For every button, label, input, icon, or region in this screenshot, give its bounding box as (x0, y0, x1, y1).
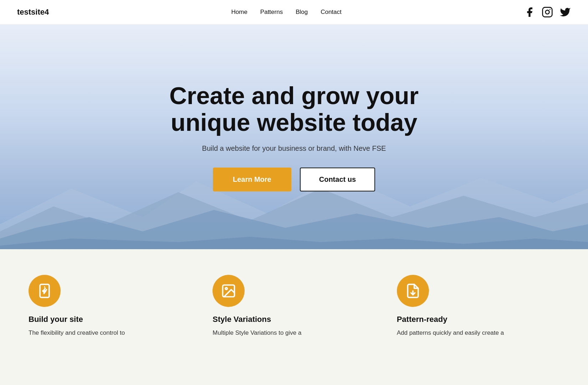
bolt-icon (37, 283, 52, 299)
feature-style-variations: Style Variations Multiple Style Variatio… (213, 275, 375, 338)
learn-more-button[interactable]: Learn More (213, 168, 291, 191)
features-section: Build your site The flexibility and crea… (0, 249, 588, 359)
svg-rect-0 (543, 7, 552, 17)
nav-home[interactable]: Home (231, 9, 247, 16)
pattern-ready-icon-circle (397, 275, 429, 307)
download-doc-icon (405, 283, 421, 299)
social-icons (524, 6, 571, 18)
instagram-icon[interactable] (542, 6, 553, 18)
feature-title-build: Build your site (29, 315, 191, 324)
nav-patterns[interactable]: Patterns (260, 9, 283, 16)
hero-buttons: Learn More Contact us (169, 168, 419, 191)
feature-build-site: Build your site The flexibility and crea… (29, 275, 191, 338)
feature-pattern-ready: Pattern-ready Add patterns quickly and e… (397, 275, 559, 338)
feature-desc-pattern: Add patterns quickly and easily create a (397, 328, 559, 338)
facebook-icon[interactable] (524, 6, 535, 18)
hero-content: Create and grow your unique website toda… (169, 82, 419, 191)
contact-us-button[interactable]: Contact us (300, 168, 375, 191)
style-variations-icon-circle (213, 275, 245, 307)
nav-blog[interactable]: Blog (296, 9, 308, 16)
feature-desc-style: Multiple Style Variations to give a (213, 328, 375, 338)
svg-point-9 (225, 288, 227, 290)
hero-subtitle: Build a website for your business or bra… (169, 144, 419, 153)
image-icon (221, 283, 236, 299)
feature-desc-build: The flexibility and creative control to (29, 328, 191, 338)
site-logo: testsite4 (17, 7, 49, 17)
nav-contact[interactable]: Contact (321, 9, 342, 16)
feature-title-style: Style Variations (213, 315, 375, 324)
twitter-icon[interactable] (559, 6, 571, 18)
hero-section: Create and grow your unique website toda… (0, 25, 588, 249)
navbar: testsite4 Home Patterns Blog Contact (0, 0, 588, 25)
build-site-icon-circle (29, 275, 61, 307)
nav-links: Home Patterns Blog Contact (231, 9, 341, 16)
hero-title: Create and grow your unique website toda… (169, 82, 419, 136)
feature-title-pattern: Pattern-ready (397, 315, 559, 324)
